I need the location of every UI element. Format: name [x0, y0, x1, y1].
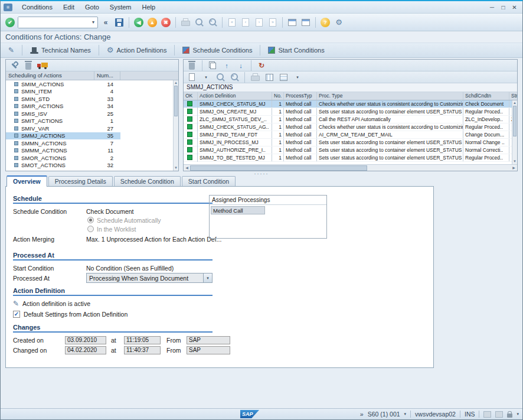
- chevron-down-icon[interactable]: ▾: [203, 274, 212, 282]
- action-definitions-button[interactable]: ⚙ Action Definitions: [102, 44, 172, 57]
- column-action-definition[interactable]: Action Definition: [198, 92, 272, 100]
- tree-item-smmn_actions[interactable]: SMMN_ACTIONS7: [6, 139, 120, 147]
- scroll-down-icon[interactable]: ▼: [174, 165, 178, 171]
- table-row[interactable]: ZLC_SMMJ_STATUS_DEV_..1Method callCall t…: [184, 116, 517, 123]
- assigned-processing-item[interactable]: Method Call: [211, 206, 265, 214]
- command-dropdown-icon[interactable]: ▾: [89, 19, 97, 25]
- print-button[interactable]: [179, 16, 191, 29]
- command-input[interactable]: [18, 17, 89, 28]
- system-session-info[interactable]: S60 (1) 001: [368, 411, 400, 418]
- menu-goto[interactable]: Goto: [80, 2, 104, 12]
- tree-item-smor_actions[interactable]: SMOR_ACTIONS2: [6, 154, 120, 162]
- insert-mode-indicator[interactable]: INS: [465, 411, 475, 418]
- horizontal-splitter[interactable]: ·····: [1, 171, 522, 176]
- column-schdlcndtn[interactable]: SchdlCndtn: [463, 92, 509, 100]
- delete-button[interactable]: [22, 60, 34, 70]
- tree-item-smin_std[interactable]: SMIN_STD33: [6, 95, 120, 103]
- grid-scroll-thumb[interactable]: [513, 106, 517, 136]
- tree-scroll-thumb[interactable]: [174, 86, 178, 116]
- grid-delete-button[interactable]: [186, 60, 198, 70]
- status-expand-icon[interactable]: »: [360, 411, 364, 418]
- statusbar-chevron-down-icon[interactable]: ▾: [517, 412, 519, 416]
- grid-find-next-button[interactable]: +: [228, 72, 240, 82]
- scroll-left-icon[interactable]: ◀: [184, 165, 190, 171]
- schedule-automatically-radio[interactable]: [87, 217, 94, 223]
- scroll-down-icon[interactable]: ▼: [512, 159, 517, 164]
- menu-conditions[interactable]: Conditions: [17, 2, 58, 12]
- table-row[interactable]: SMMJ_IN_PROCESS_MJ1Method callSets user …: [184, 139, 517, 146]
- tree-item-smin_item[interactable]: SMIN_ITEM4: [6, 88, 120, 96]
- cancel-button[interactable]: ✖: [160, 16, 172, 29]
- scroll-up-icon[interactable]: ▲: [512, 100, 517, 106]
- default-settings-checkbox[interactable]: ✓: [13, 311, 20, 318]
- tree-item-smis_isv[interactable]: SMIS_ISV25: [6, 110, 120, 118]
- grid-hscroll-thumb[interactable]: [190, 165, 367, 171]
- grid-find-button[interactable]: [214, 72, 226, 82]
- layout-dropdown[interactable]: ▾: [292, 72, 303, 82]
- tree-item-smmm_actions[interactable]: SMMM_ACTIONS11: [6, 147, 120, 155]
- transport-button[interactable]: [37, 60, 48, 70]
- refresh-button[interactable]: ↻: [256, 60, 267, 70]
- maintain-button[interactable]: [8, 60, 20, 70]
- window-menu-icon[interactable]: ≡: [4, 4, 12, 11]
- grid-horizontal-scrollbar[interactable]: ◀ ▶: [184, 164, 517, 171]
- column-processtyp[interactable]: ProcessTyp: [284, 92, 317, 100]
- move-down-button[interactable]: ↓: [235, 60, 247, 70]
- tree-column-count[interactable]: Num...: [94, 71, 120, 80]
- start-conditions-button[interactable]: Start Conditions: [263, 44, 329, 57]
- table-row[interactable]: SMMJ_CHECK_STATUS_MJ1Method callChecks w…: [184, 100, 517, 108]
- menu-system[interactable]: System: [104, 2, 137, 12]
- grid-vertical-scrollbar[interactable]: ▲ ▼: [512, 100, 517, 164]
- column-proc-type[interactable]: Proc. Type: [317, 92, 463, 100]
- find-button[interactable]: [193, 16, 205, 29]
- tree-vertical-scrollbar[interactable]: ▲ ▼: [173, 80, 178, 171]
- back-button[interactable]: ◀: [133, 16, 145, 29]
- grid-print-button[interactable]: [249, 72, 261, 82]
- collapse-command-button[interactable]: «: [100, 16, 112, 29]
- help-button[interactable]: ?: [319, 16, 331, 29]
- scroll-up-icon[interactable]: ▲: [174, 80, 178, 86]
- tree-item-smit_actions[interactable]: SMIT_ACTIONS1: [6, 118, 120, 125]
- copy-button[interactable]: [207, 60, 218, 70]
- table-row[interactable]: SMMJ_ON_CREATE_MJ1Method callSets user s…: [184, 108, 517, 116]
- last-page-button[interactable]: »: [267, 16, 279, 29]
- technical-names-button[interactable]: Technical Names: [25, 44, 96, 57]
- column-no[interactable]: No.: [272, 92, 284, 100]
- create-entry-button[interactable]: [186, 72, 198, 82]
- tree-item-smmj_actions[interactable]: SMMJ_ACTIONS35: [6, 132, 120, 140]
- tree-item-smir_actions[interactable]: SMIR_ACTIONS34: [6, 103, 120, 110]
- tab-schedule-condition[interactable]: Schedule Condition: [114, 176, 181, 186]
- menu-edit[interactable]: Edit: [58, 2, 80, 12]
- column-strtc[interactable]: StrtC: [509, 92, 517, 100]
- tree-column-name[interactable]: Scheduling of Actions: [6, 71, 94, 80]
- find-next-button[interactable]: +: [207, 16, 218, 29]
- tree-item-smot_actions[interactable]: SMOT_ACTIONS32: [6, 162, 120, 170]
- table-row[interactable]: SMMJ_AUTHORIZE_PRE_I..1Method callSets u…: [184, 146, 517, 154]
- close-button[interactable]: ✕: [509, 4, 519, 11]
- in-the-worklist-radio[interactable]: [87, 226, 94, 232]
- layout-button[interactable]: [277, 72, 289, 82]
- tree-item-smim_actions[interactable]: SMIM_ACTIONS14: [6, 80, 120, 88]
- enter-button[interactable]: ✔: [4, 16, 16, 29]
- processed-at-select[interactable]: Processing When Saving Document ▾: [86, 273, 213, 283]
- save-button[interactable]: [113, 16, 125, 29]
- new-session-button[interactable]: [286, 16, 298, 29]
- table-row[interactable]: SMMJ_CHECK_STATUS_AG..1Method callChecks…: [184, 123, 517, 131]
- display-change-button[interactable]: ✎: [4, 44, 19, 57]
- tab-processing-details[interactable]: Processing Details: [48, 176, 113, 186]
- column-settings-button[interactable]: [263, 72, 275, 82]
- create-entry-dropdown[interactable]: ▾: [200, 72, 212, 82]
- table-row[interactable]: SMMJ_FIND_TEAM_FDT1Method callAI_CRM_CM_…: [184, 131, 517, 139]
- minimize-button[interactable]: ─: [487, 4, 497, 11]
- maximize-button[interactable]: □: [498, 4, 508, 11]
- next-page-button[interactable]: ›: [253, 16, 265, 29]
- tab-start-condition[interactable]: Start Condition: [182, 176, 236, 186]
- schedule-conditions-button[interactable]: Schedule Conditions: [178, 44, 257, 57]
- table-row[interactable]: SMMJ_TO_BE_TESTED_MJ1Method callSets use…: [184, 154, 517, 162]
- scroll-right-icon[interactable]: ▶: [511, 165, 517, 171]
- column-ok[interactable]: OK: [184, 92, 198, 100]
- previous-page-button[interactable]: ‹: [240, 16, 251, 29]
- shortcut-button[interactable]: [300, 16, 312, 29]
- tree-item-smiv_var[interactable]: SMIV_VAR27: [6, 125, 120, 132]
- tab-overview[interactable]: Overview: [6, 175, 47, 187]
